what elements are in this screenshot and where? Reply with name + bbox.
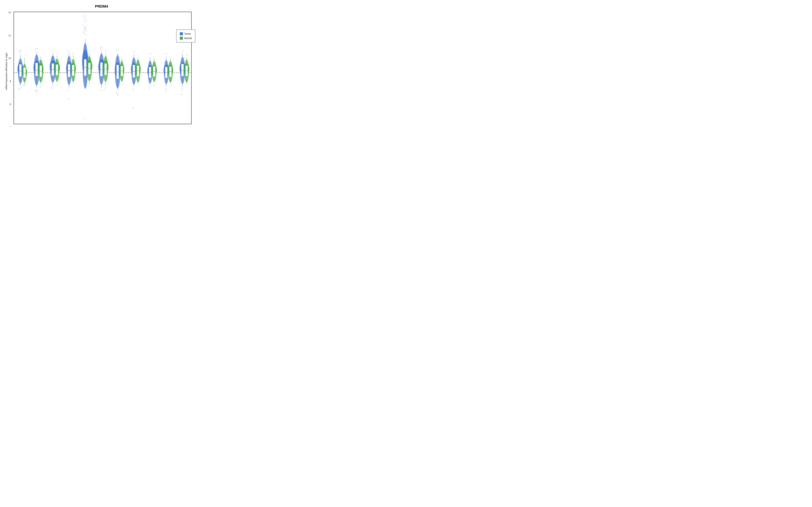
svg-point-241: [181, 94, 182, 95]
svg-point-221: [167, 53, 167, 54]
svg-rect-181: [133, 65, 135, 78]
svg-point-12: [20, 52, 20, 53]
svg-point-23: [23, 81, 24, 82]
svg-point-199: [149, 54, 149, 55]
svg-point-123: [90, 86, 90, 86]
svg-point-251: [187, 86, 188, 87]
y-tick-8: 8: [10, 103, 11, 105]
svg-point-5: [20, 87, 21, 88]
svg-point-36: [36, 48, 37, 49]
svg-rect-13: [19, 64, 22, 77]
svg-point-113: [86, 34, 87, 35]
svg-point-33: [36, 90, 37, 90]
svg-point-197: [150, 87, 151, 87]
svg-point-228: [169, 87, 170, 87]
legend-tumor-label: Tumor: [184, 33, 191, 35]
svg-point-108: [85, 28, 86, 29]
svg-point-86: [72, 86, 73, 87]
svg-point-189: [137, 55, 138, 56]
svg-point-77: [68, 99, 69, 100]
plot-with-yaxis: mRNA Expression (RNASeq V2, log2) 12 11 …: [4, 9, 199, 127]
svg-point-55: [51, 88, 52, 88]
svg-point-196: [149, 88, 149, 88]
svg-point-159: [116, 50, 117, 51]
svg-point-125: [90, 51, 91, 52]
svg-point-230: [170, 88, 170, 89]
svg-point-21: [24, 87, 24, 87]
plot-svg-container: [12, 9, 199, 127]
legend-normal-color: [180, 37, 183, 40]
svg-point-188: [139, 86, 139, 86]
svg-point-180: [134, 51, 135, 52]
svg-point-135: [101, 49, 101, 50]
legend-normal: Normal: [180, 37, 192, 40]
svg-point-38: [37, 49, 38, 49]
svg-point-252: [186, 54, 187, 55]
svg-point-134: [101, 47, 102, 48]
svg-point-75: [67, 90, 68, 90]
y-tick-12: 12: [8, 11, 11, 14]
svg-point-200: [150, 53, 151, 54]
svg-point-11: [20, 50, 21, 51]
svg-point-59: [52, 51, 52, 52]
svg-point-6: [20, 90, 20, 90]
svg-point-78: [67, 50, 68, 51]
svg-rect-149: [104, 63, 107, 75]
svg-point-122: [88, 87, 89, 87]
svg-point-31: [35, 91, 36, 91]
svg-point-34: [38, 90, 38, 91]
svg-point-57: [52, 88, 53, 89]
svg-point-138: [102, 91, 102, 91]
svg-point-35: [36, 94, 36, 94]
legend-tumor-color: [180, 32, 183, 35]
svg-point-137: [100, 90, 101, 90]
svg-point-147: [105, 50, 106, 51]
svg-rect-244: [181, 64, 184, 76]
svg-point-115: [86, 118, 86, 119]
svg-point-106: [84, 26, 85, 27]
chart-container: PRDM4 mRNA Expression (RNASeq V2, log2) …: [4, 3, 199, 124]
svg-point-58: [54, 52, 54, 53]
svg-point-103: [84, 22, 85, 23]
svg-point-126: [88, 53, 89, 54]
svg-point-19: [23, 85, 24, 86]
svg-point-110: [86, 30, 87, 31]
svg-point-218: [166, 88, 167, 89]
svg-point-220: [165, 54, 166, 55]
svg-point-98: [85, 17, 85, 17]
y-tick-9: 9: [10, 80, 11, 82]
svg-point-229: [171, 86, 172, 86]
y-tick-7: 7: [10, 126, 11, 127]
svg-point-96: [84, 16, 85, 16]
svg-point-32: [37, 92, 38, 92]
svg-point-179: [133, 52, 133, 53]
svg-point-68: [57, 53, 57, 54]
svg-point-198: [149, 89, 150, 89]
svg-point-157: [117, 95, 118, 96]
svg-point-111: [84, 31, 85, 32]
plot-area-wrapper: BLCA BRCA COAD HNSC KICH KIRC LUAD LUSC …: [12, 9, 199, 127]
svg-point-176: [133, 89, 133, 89]
svg-point-156: [118, 94, 118, 94]
svg-point-145: [104, 89, 105, 89]
svg-point-20: [25, 84, 26, 85]
svg-point-66: [56, 86, 56, 86]
svg-point-133: [100, 48, 101, 49]
svg-point-155: [116, 93, 117, 93]
svg-point-207: [153, 86, 154, 86]
svg-point-67: [57, 84, 58, 85]
y-tick-10: 10: [8, 57, 11, 59]
svg-point-238: [181, 90, 182, 90]
svg-point-107: [85, 27, 86, 28]
svg-point-76: [69, 91, 70, 92]
svg-point-88: [72, 54, 73, 54]
legend: Tumor Normal: [176, 30, 195, 43]
svg-point-87: [74, 87, 74, 88]
svg-point-187: [137, 87, 138, 87]
yaxis-label: mRNA Expression (RNASeq V2, log2): [4, 9, 8, 127]
svg-point-250: [186, 87, 186, 88]
y-ticks: 12 11 10 9 8 7: [8, 9, 12, 127]
svg-point-124: [89, 50, 90, 51]
svg-point-219: [165, 91, 166, 91]
svg-point-97: [86, 15, 86, 16]
